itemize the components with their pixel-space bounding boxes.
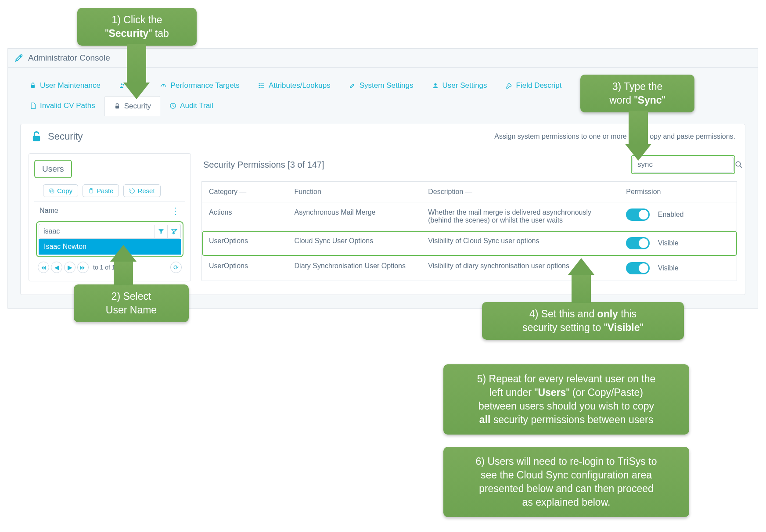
paste-button[interactable]: Paste xyxy=(83,184,119,197)
tab-label: Security xyxy=(124,102,151,111)
pager-next-icon[interactable]: ▶ xyxy=(64,262,76,273)
callout-text: presented below and can then proceed xyxy=(479,483,654,494)
svg-rect-11 xyxy=(115,106,119,109)
permissions-table: Category — Function Description — Permis… xyxy=(201,181,737,281)
toggle-switch[interactable] xyxy=(626,237,650,249)
col-permission[interactable]: Permission xyxy=(619,182,737,202)
copy-label: Copy xyxy=(57,187,72,194)
svg-point-19 xyxy=(736,162,741,166)
tab-performance-targets[interactable]: Performance Targets xyxy=(151,75,248,96)
user-actions: Copy Paste Reset xyxy=(43,184,185,197)
reset-icon xyxy=(129,188,135,194)
search-icon[interactable] xyxy=(735,157,743,172)
arrow-head-icon xyxy=(110,245,137,262)
callout-text: between users should you wish to copy xyxy=(478,400,654,412)
tools-icon xyxy=(349,82,356,89)
callout-text: 1) Click the xyxy=(111,14,162,25)
callout-text: User Name xyxy=(106,304,157,316)
cell-category: UserOptions xyxy=(202,256,288,281)
callout-text: " tab xyxy=(148,28,169,39)
callout-4: 4) Set this and only this security setti… xyxy=(482,302,684,340)
cell-description: Visibility of Cloud Sync user options xyxy=(421,231,619,256)
tab-attributes-lookups[interactable]: Attributes/Lookups xyxy=(249,75,340,96)
callout-text: Security xyxy=(108,28,148,39)
user-filter-input[interactable] xyxy=(39,224,154,238)
toggle-switch[interactable] xyxy=(626,262,650,274)
callout-text: word " xyxy=(609,94,637,106)
grid-header: Name ⋮ xyxy=(34,201,185,219)
svg-rect-1 xyxy=(31,85,35,88)
callout-3: 3) Type the word "Sync" xyxy=(580,75,694,112)
lock-icon xyxy=(114,103,121,110)
table-row: UserOptions Diary Synchronisation User O… xyxy=(202,256,737,281)
callout-text: " xyxy=(662,94,665,106)
callout-text: security setting to " xyxy=(522,322,608,333)
tab-label: Invalid CV Paths xyxy=(40,101,95,110)
arrow-down-icon xyxy=(127,44,146,83)
pager: ⏮ ◀ ▶ ⏭ to 1 of 1 rows ⟳ xyxy=(34,257,185,273)
doc-icon xyxy=(29,102,36,109)
toggle-label: Enabled xyxy=(658,211,684,219)
tab-label: Attributes/Lookups xyxy=(269,81,331,90)
svg-rect-14 xyxy=(51,190,54,193)
callout-text: " xyxy=(640,322,644,333)
clock-icon xyxy=(169,102,176,109)
callout-2: 2) Select User Name xyxy=(74,284,189,322)
svg-point-9 xyxy=(259,87,259,87)
col-function[interactable]: Function xyxy=(288,182,421,202)
clear-filter-icon[interactable] xyxy=(167,225,180,238)
pager-last-icon[interactable]: ⏭ xyxy=(77,262,89,273)
paste-label: Paste xyxy=(97,187,113,194)
list-icon xyxy=(258,82,265,89)
tab-system-settings[interactable]: System Settings xyxy=(340,75,423,96)
user-row-selected[interactable]: Isaac Newton xyxy=(39,239,181,255)
permissions-title: Security Permissions [3 of 147] xyxy=(203,160,324,170)
svg-point-8 xyxy=(259,85,259,86)
arrow-head-icon xyxy=(568,258,594,275)
tab-user-settings[interactable]: User Settings xyxy=(423,75,496,96)
callout-text: 4) Set this and xyxy=(529,308,597,320)
svg-point-2 xyxy=(121,83,122,85)
cell-permission: Visible xyxy=(619,231,737,256)
tab-label: Performance Targets xyxy=(170,81,239,90)
callout-1: 1) Click the "Security" tab xyxy=(77,8,197,46)
app-header: Administrator Console xyxy=(8,49,758,68)
arrow-head-icon xyxy=(123,83,150,99)
toggle-switch[interactable] xyxy=(626,208,650,221)
tools-icon xyxy=(14,53,24,63)
table-row-highlighted: UserOptions Cloud Sync User Options Visi… xyxy=(202,231,737,256)
cell-function: Asynchronous Mail Merge xyxy=(288,202,421,231)
tab-label: User Maintenance xyxy=(40,81,101,90)
table-header-row: Category — Function Description — Permis… xyxy=(202,182,737,202)
column-name[interactable]: Name xyxy=(40,207,58,215)
cell-function: Diary Synchronisation User Options xyxy=(288,256,421,281)
panel-subtitle: Assign system permissions to one or more… xyxy=(494,133,735,140)
col-category[interactable]: Category — xyxy=(202,182,288,202)
arrow-down-icon xyxy=(629,111,648,145)
pager-refresh-icon[interactable]: ⟳ xyxy=(170,262,182,273)
pager-prev-icon[interactable]: ◀ xyxy=(51,262,62,273)
tab-label: Audit Trail xyxy=(180,101,213,110)
callout-text: Visible xyxy=(608,322,640,333)
pager-first-icon[interactable]: ⏮ xyxy=(38,262,49,273)
filter-icon[interactable] xyxy=(154,225,167,238)
permissions-panel: Security Permissions [3 of 147] xyxy=(201,153,737,281)
app-title: Administrator Console xyxy=(28,53,110,63)
tab-audit-trail[interactable]: Audit Trail xyxy=(160,96,223,116)
reset-button[interactable]: Reset xyxy=(123,184,160,197)
column-menu-icon[interactable]: ⋮ xyxy=(171,205,180,216)
users-tab[interactable]: Users xyxy=(34,160,72,178)
tab-invalid-cv-paths[interactable]: Invalid CV Paths xyxy=(20,96,104,116)
callout-text: left under " xyxy=(489,387,538,398)
toggle-label: Visible xyxy=(658,239,679,247)
col-description[interactable]: Description — xyxy=(421,182,619,202)
callout-text: only xyxy=(597,308,618,320)
svg-line-20 xyxy=(740,165,742,168)
arrow-head-icon xyxy=(625,144,651,161)
tab-user-maintenance[interactable]: User Maintenance xyxy=(20,75,110,96)
tab-field-descriptions[interactable]: Field Descript xyxy=(496,75,571,96)
copy-button[interactable]: Copy xyxy=(43,184,78,197)
svg-point-7 xyxy=(259,83,259,84)
paste-icon xyxy=(88,188,94,194)
lock-icon xyxy=(29,82,36,89)
